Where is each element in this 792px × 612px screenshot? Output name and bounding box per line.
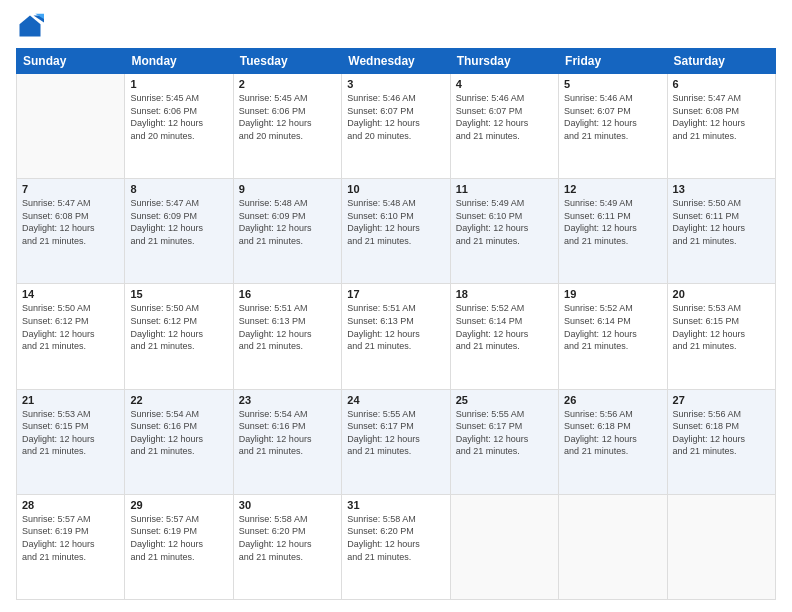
day-number: 22 xyxy=(130,394,227,406)
calendar-cell xyxy=(450,494,558,599)
calendar-cell: 5Sunrise: 5:46 AM Sunset: 6:07 PM Daylig… xyxy=(559,74,667,179)
day-number: 29 xyxy=(130,499,227,511)
calendar-cell: 28Sunrise: 5:57 AM Sunset: 6:19 PM Dayli… xyxy=(17,494,125,599)
day-number: 23 xyxy=(239,394,336,406)
day-info: Sunrise: 5:49 AM Sunset: 6:10 PM Dayligh… xyxy=(456,197,553,247)
day-number: 3 xyxy=(347,78,444,90)
day-info: Sunrise: 5:46 AM Sunset: 6:07 PM Dayligh… xyxy=(564,92,661,142)
day-number: 21 xyxy=(22,394,119,406)
day-number: 31 xyxy=(347,499,444,511)
day-number: 26 xyxy=(564,394,661,406)
calendar-cell xyxy=(667,494,775,599)
calendar-cell: 20Sunrise: 5:53 AM Sunset: 6:15 PM Dayli… xyxy=(667,284,775,389)
calendar-header: SundayMondayTuesdayWednesdayThursdayFrid… xyxy=(17,49,776,74)
calendar-cell: 11Sunrise: 5:49 AM Sunset: 6:10 PM Dayli… xyxy=(450,179,558,284)
day-info: Sunrise: 5:58 AM Sunset: 6:20 PM Dayligh… xyxy=(347,513,444,563)
day-info: Sunrise: 5:51 AM Sunset: 6:13 PM Dayligh… xyxy=(347,302,444,352)
day-info: Sunrise: 5:55 AM Sunset: 6:17 PM Dayligh… xyxy=(347,408,444,458)
day-number: 27 xyxy=(673,394,770,406)
calendar-week-row: 21Sunrise: 5:53 AM Sunset: 6:15 PM Dayli… xyxy=(17,389,776,494)
calendar-cell: 8Sunrise: 5:47 AM Sunset: 6:09 PM Daylig… xyxy=(125,179,233,284)
logo-icon xyxy=(16,12,44,40)
day-info: Sunrise: 5:50 AM Sunset: 6:12 PM Dayligh… xyxy=(22,302,119,352)
calendar-cell: 25Sunrise: 5:55 AM Sunset: 6:17 PM Dayli… xyxy=(450,389,558,494)
calendar-cell: 15Sunrise: 5:50 AM Sunset: 6:12 PM Dayli… xyxy=(125,284,233,389)
day-info: Sunrise: 5:48 AM Sunset: 6:10 PM Dayligh… xyxy=(347,197,444,247)
day-info: Sunrise: 5:50 AM Sunset: 6:11 PM Dayligh… xyxy=(673,197,770,247)
day-info: Sunrise: 5:53 AM Sunset: 6:15 PM Dayligh… xyxy=(673,302,770,352)
calendar-week-row: 7Sunrise: 5:47 AM Sunset: 6:08 PM Daylig… xyxy=(17,179,776,284)
day-number: 8 xyxy=(130,183,227,195)
day-info: Sunrise: 5:47 AM Sunset: 6:08 PM Dayligh… xyxy=(673,92,770,142)
day-header: Sunday xyxy=(17,49,125,74)
day-number: 17 xyxy=(347,288,444,300)
day-number: 13 xyxy=(673,183,770,195)
calendar-week-row: 28Sunrise: 5:57 AM Sunset: 6:19 PM Dayli… xyxy=(17,494,776,599)
day-info: Sunrise: 5:52 AM Sunset: 6:14 PM Dayligh… xyxy=(456,302,553,352)
calendar-cell: 13Sunrise: 5:50 AM Sunset: 6:11 PM Dayli… xyxy=(667,179,775,284)
calendar-cell: 23Sunrise: 5:54 AM Sunset: 6:16 PM Dayli… xyxy=(233,389,341,494)
calendar-cell: 26Sunrise: 5:56 AM Sunset: 6:18 PM Dayli… xyxy=(559,389,667,494)
calendar-cell: 9Sunrise: 5:48 AM Sunset: 6:09 PM Daylig… xyxy=(233,179,341,284)
day-number: 6 xyxy=(673,78,770,90)
calendar-cell: 24Sunrise: 5:55 AM Sunset: 6:17 PM Dayli… xyxy=(342,389,450,494)
day-number: 25 xyxy=(456,394,553,406)
calendar-cell: 29Sunrise: 5:57 AM Sunset: 6:19 PM Dayli… xyxy=(125,494,233,599)
day-header: Wednesday xyxy=(342,49,450,74)
day-info: Sunrise: 5:53 AM Sunset: 6:15 PM Dayligh… xyxy=(22,408,119,458)
calendar-cell: 14Sunrise: 5:50 AM Sunset: 6:12 PM Dayli… xyxy=(17,284,125,389)
calendar-cell: 27Sunrise: 5:56 AM Sunset: 6:18 PM Dayli… xyxy=(667,389,775,494)
calendar-cell xyxy=(559,494,667,599)
calendar-cell: 6Sunrise: 5:47 AM Sunset: 6:08 PM Daylig… xyxy=(667,74,775,179)
calendar-cell: 22Sunrise: 5:54 AM Sunset: 6:16 PM Dayli… xyxy=(125,389,233,494)
day-number: 14 xyxy=(22,288,119,300)
day-info: Sunrise: 5:50 AM Sunset: 6:12 PM Dayligh… xyxy=(130,302,227,352)
calendar-cell: 31Sunrise: 5:58 AM Sunset: 6:20 PM Dayli… xyxy=(342,494,450,599)
day-info: Sunrise: 5:52 AM Sunset: 6:14 PM Dayligh… xyxy=(564,302,661,352)
calendar-cell: 1Sunrise: 5:45 AM Sunset: 6:06 PM Daylig… xyxy=(125,74,233,179)
calendar-cell xyxy=(17,74,125,179)
calendar-cell: 2Sunrise: 5:45 AM Sunset: 6:06 PM Daylig… xyxy=(233,74,341,179)
day-info: Sunrise: 5:48 AM Sunset: 6:09 PM Dayligh… xyxy=(239,197,336,247)
day-info: Sunrise: 5:57 AM Sunset: 6:19 PM Dayligh… xyxy=(22,513,119,563)
day-number: 10 xyxy=(347,183,444,195)
day-number: 4 xyxy=(456,78,553,90)
calendar-cell: 17Sunrise: 5:51 AM Sunset: 6:13 PM Dayli… xyxy=(342,284,450,389)
logo xyxy=(16,12,48,40)
calendar-table: SundayMondayTuesdayWednesdayThursdayFrid… xyxy=(16,48,776,600)
calendar-cell: 18Sunrise: 5:52 AM Sunset: 6:14 PM Dayli… xyxy=(450,284,558,389)
calendar-week-row: 14Sunrise: 5:50 AM Sunset: 6:12 PM Dayli… xyxy=(17,284,776,389)
day-number: 28 xyxy=(22,499,119,511)
day-info: Sunrise: 5:54 AM Sunset: 6:16 PM Dayligh… xyxy=(239,408,336,458)
header-row: SundayMondayTuesdayWednesdayThursdayFrid… xyxy=(17,49,776,74)
day-info: Sunrise: 5:56 AM Sunset: 6:18 PM Dayligh… xyxy=(673,408,770,458)
calendar-cell: 10Sunrise: 5:48 AM Sunset: 6:10 PM Dayli… xyxy=(342,179,450,284)
header xyxy=(16,12,776,40)
day-info: Sunrise: 5:47 AM Sunset: 6:08 PM Dayligh… xyxy=(22,197,119,247)
calendar-cell: 7Sunrise: 5:47 AM Sunset: 6:08 PM Daylig… xyxy=(17,179,125,284)
calendar-cell: 21Sunrise: 5:53 AM Sunset: 6:15 PM Dayli… xyxy=(17,389,125,494)
day-info: Sunrise: 5:57 AM Sunset: 6:19 PM Dayligh… xyxy=(130,513,227,563)
day-header: Monday xyxy=(125,49,233,74)
day-number: 9 xyxy=(239,183,336,195)
day-number: 24 xyxy=(347,394,444,406)
calendar-cell: 12Sunrise: 5:49 AM Sunset: 6:11 PM Dayli… xyxy=(559,179,667,284)
day-info: Sunrise: 5:45 AM Sunset: 6:06 PM Dayligh… xyxy=(239,92,336,142)
day-info: Sunrise: 5:46 AM Sunset: 6:07 PM Dayligh… xyxy=(347,92,444,142)
day-number: 20 xyxy=(673,288,770,300)
calendar-cell: 19Sunrise: 5:52 AM Sunset: 6:14 PM Dayli… xyxy=(559,284,667,389)
day-info: Sunrise: 5:55 AM Sunset: 6:17 PM Dayligh… xyxy=(456,408,553,458)
day-header: Saturday xyxy=(667,49,775,74)
day-info: Sunrise: 5:49 AM Sunset: 6:11 PM Dayligh… xyxy=(564,197,661,247)
day-number: 5 xyxy=(564,78,661,90)
day-number: 12 xyxy=(564,183,661,195)
day-number: 1 xyxy=(130,78,227,90)
day-info: Sunrise: 5:54 AM Sunset: 6:16 PM Dayligh… xyxy=(130,408,227,458)
day-number: 19 xyxy=(564,288,661,300)
svg-marker-0 xyxy=(20,16,41,37)
calendar-cell: 4Sunrise: 5:46 AM Sunset: 6:07 PM Daylig… xyxy=(450,74,558,179)
day-number: 2 xyxy=(239,78,336,90)
calendar-cell: 3Sunrise: 5:46 AM Sunset: 6:07 PM Daylig… xyxy=(342,74,450,179)
day-info: Sunrise: 5:58 AM Sunset: 6:20 PM Dayligh… xyxy=(239,513,336,563)
day-info: Sunrise: 5:56 AM Sunset: 6:18 PM Dayligh… xyxy=(564,408,661,458)
